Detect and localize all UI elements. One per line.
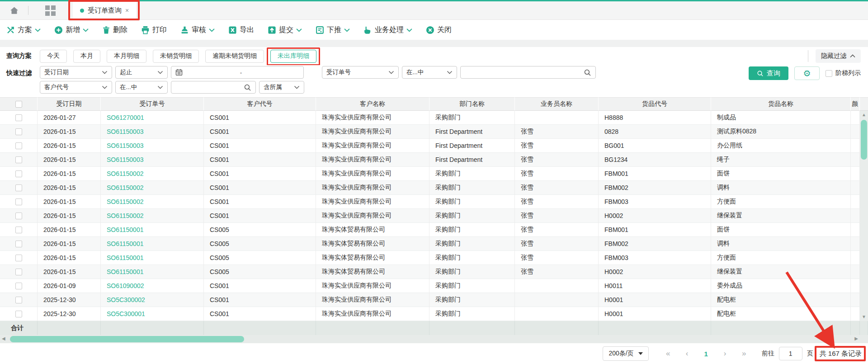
table-row[interactable]: 2026-01-15SO61150003CS001珠海实业供应商有限公司Firs… [0, 153, 868, 167]
operator-select-in-2[interactable]: 在...中 [115, 81, 168, 94]
table-row[interactable]: 2026-01-15SO61150002CS001珠海实业供应商有限公司采购部门… [0, 209, 868, 223]
scheme-button-unshipped-detail[interactable]: 未出库明细 [270, 50, 316, 63]
order-no-link[interactable]: SO61270001 [107, 114, 144, 121]
horizontal-scrollbar[interactable]: ◀ ▶ [0, 335, 868, 343]
home-button[interactable] [0, 1, 28, 19]
row-checkbox[interactable] [15, 114, 22, 121]
scope-select[interactable]: 含所属 [259, 81, 304, 94]
toolbar-button-close[interactable]: 关闭 [426, 25, 452, 35]
order-no-link[interactable]: SO61150001 [107, 240, 143, 247]
scroll-left-icon[interactable]: ◀ [2, 335, 5, 342]
row-checkbox[interactable] [15, 297, 22, 303]
order-no-link[interactable]: SO5C300002 [107, 296, 145, 303]
toolbar-button-business[interactable]: 业务处理 [363, 25, 412, 35]
operator-select-range[interactable]: 起止 [115, 66, 168, 79]
vertical-scroll-thumb[interactable] [861, 120, 867, 160]
table-row[interactable]: 2026-01-15SO61150003CS001珠海实业供应商有限公司Firs… [0, 139, 868, 153]
order-no-link[interactable]: SO61150002 [107, 198, 143, 205]
ladder-checkbox[interactable] [826, 70, 832, 77]
order-no-link[interactable]: SO61150001 [107, 268, 143, 275]
last-page-button[interactable]: » [735, 349, 754, 358]
row-checkbox[interactable] [15, 184, 22, 191]
cell-1: 2025-12-30 [38, 293, 101, 307]
next-page-button[interactable]: › [716, 349, 735, 358]
order-no-link[interactable]: SO61150001 [107, 226, 143, 233]
hide-filter-button[interactable]: 隐藏过滤 [816, 49, 861, 63]
table-row[interactable]: 2026-01-15SO61150002CS001珠海实业供应商有限公司采购部门… [0, 167, 868, 181]
scroll-right-icon[interactable]: ▶ [854, 335, 858, 342]
toolbar-button-scheme[interactable]: 方案 [6, 25, 41, 35]
row-checkbox[interactable] [15, 156, 22, 163]
table-row[interactable]: 2026-01-27SO61270001CS001珠海实业供应商有限公司采购部门… [0, 111, 868, 125]
table-row[interactable]: 2025-12-30SO5C300001CS001珠海实业供应商有限公司采购部门… [0, 307, 868, 321]
order-no-link[interactable]: SO5C300001 [107, 310, 145, 317]
scheme-button-this-month[interactable]: 本月 [73, 50, 100, 63]
table-row[interactable]: 2026-01-15SO61150002CS001珠海实业供应商有限公司采购部门… [0, 181, 868, 195]
settings-button[interactable]: ⚙ [794, 66, 820, 80]
row-checkbox[interactable] [15, 227, 22, 233]
order-no-link[interactable]: SO61150003 [107, 156, 143, 163]
current-page[interactable]: 1 [697, 350, 716, 358]
row-checkbox[interactable] [15, 283, 22, 289]
scheme-button-month-detail[interactable]: 本月明细 [107, 50, 146, 63]
table-row[interactable]: 2026-01-15SO61150003CS001珠海实业供应商有限公司Firs… [0, 125, 868, 139]
row-checkbox[interactable] [15, 311, 22, 317]
row-checkbox[interactable] [15, 241, 22, 247]
toolbar-button-export[interactable]: 导出 [228, 25, 254, 35]
order-no-link[interactable]: SO61150002 [107, 212, 143, 219]
tab-order-query[interactable]: 受订单查询 × [73, 1, 136, 19]
row-checkbox[interactable] [15, 213, 22, 219]
toolbar-button-submit[interactable]: 提交 [268, 25, 302, 35]
horizontal-scroll-thumb[interactable] [10, 336, 244, 342]
row-checkbox[interactable] [15, 142, 22, 149]
toolbar-button-add[interactable]: 新增 [54, 25, 89, 35]
tab-close-icon[interactable]: × [125, 7, 129, 14]
table-row[interactable]: 2026-01-15SO61150001CS005珠海实体贸易有限公司采购部门张… [0, 265, 868, 279]
toolbar-button-print[interactable]: 打印 [141, 25, 167, 35]
field-select-customer-code[interactable]: 客户代号 [40, 81, 112, 94]
total-cell [599, 321, 711, 335]
customer-code-search-input[interactable] [171, 81, 256, 94]
toolbar-button-audit[interactable]: 审核 [180, 25, 215, 35]
prev-page-button[interactable]: ‹ [678, 349, 697, 358]
scheme-button-unsold-detail[interactable]: 未销货明细 [153, 50, 199, 63]
scroll-down-icon[interactable]: ▼ [862, 313, 866, 321]
vertical-scrollbar[interactable]: ▲ ▼ [860, 111, 868, 321]
page-size-select[interactable]: 200条/页 [603, 346, 648, 361]
table-row[interactable]: 2026-01-15SO61150001CS005珠海实体贸易有限公司采购部门张… [0, 237, 868, 251]
first-page-button[interactable]: « [659, 349, 678, 358]
table-row[interactable]: 2025-12-30SO5C300002CS001珠海实业供应商有限公司采购部门… [0, 293, 868, 307]
toolbar-button-pushdown[interactable]: 下推 [316, 25, 350, 35]
operator-select-in[interactable]: 在...中 [402, 66, 457, 79]
row-checkbox[interactable] [15, 170, 22, 177]
field-select-order-no[interactable]: 受订单号 [322, 66, 399, 79]
scheme-button-today[interactable]: 今天 [40, 50, 67, 63]
order-no-link[interactable]: SO61150001 [107, 254, 143, 261]
table-row[interactable]: 2026-01-15SO61150001CS005珠海实体贸易有限公司采购部门张… [0, 251, 868, 265]
order-no-link[interactable]: SO61150003 [107, 142, 143, 149]
table-row[interactable]: 2026-01-09SO61090002CS001珠海实业供应商有限公司采购部门… [0, 279, 868, 293]
row-checkbox[interactable] [15, 128, 22, 135]
order-no-link[interactable]: SO61090002 [107, 282, 144, 289]
scheme-button-overdue-unsold-detail[interactable]: 逾期未销货明细 [205, 50, 264, 63]
row-checkbox[interactable] [15, 199, 22, 205]
column-header-select[interactable] [0, 97, 38, 111]
toolbar-button-delete[interactable]: 删除 [102, 25, 127, 35]
order-no-link[interactable]: SO61150003 [107, 128, 143, 135]
table-row[interactable]: 2026-01-15SO61150001CS005珠海实体贸易有限公司采购部门张… [0, 223, 868, 237]
goto-page-input[interactable]: 1 [779, 347, 802, 360]
row-checkbox[interactable] [15, 255, 22, 261]
query-button[interactable]: 查询 [749, 66, 788, 80]
apps-menu-button[interactable] [36, 1, 65, 19]
cell-6 [515, 279, 599, 293]
order-no-search-input[interactable] [460, 66, 596, 79]
date-range-input[interactable]: - [171, 66, 304, 79]
order-no-link[interactable]: SO61150002 [107, 184, 143, 191]
row-checkbox[interactable] [15, 269, 22, 275]
table-row[interactable]: 2026-01-15SO61150002CS001珠海实业供应商有限公司采购部门… [0, 195, 868, 209]
select-all-checkbox[interactable] [15, 101, 22, 108]
order-no-link[interactable]: SO61150002 [107, 170, 143, 177]
scroll-up-icon[interactable]: ▲ [862, 111, 866, 118]
chevron-down-icon [35, 28, 41, 32]
field-select-order-date[interactable]: 受订日期 [40, 66, 112, 79]
